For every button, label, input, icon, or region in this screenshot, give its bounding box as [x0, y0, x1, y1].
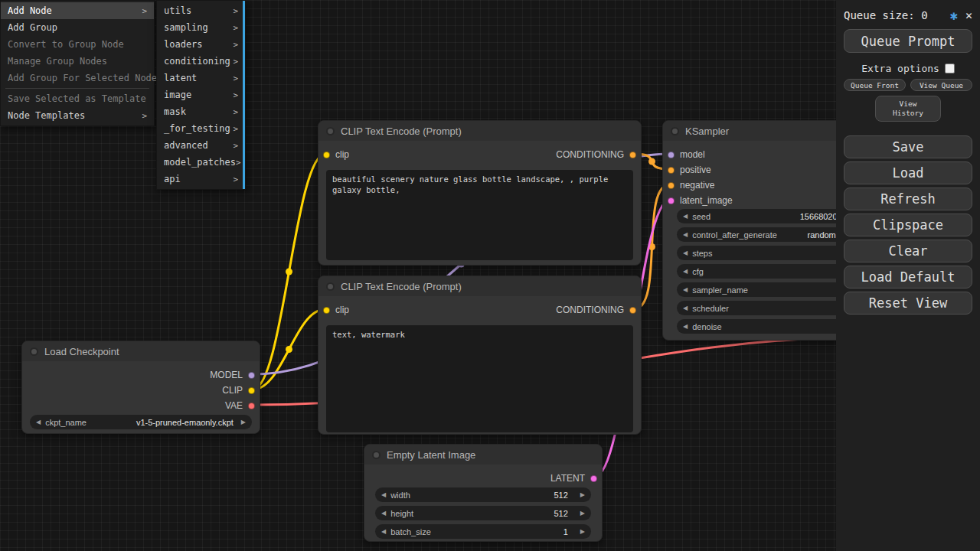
submenu-item-latent[interactable]: latent >	[157, 70, 245, 86]
submenu-item-utils[interactable]: utils >	[157, 2, 245, 19]
node-title-bar[interactable]: Load Checkpoint	[22, 341, 260, 361]
batch-size-widget[interactable]: ◀ batch_size 1 ▶	[375, 524, 591, 539]
decrement-arrow-icon[interactable]: ◀	[683, 324, 688, 330]
height-widget[interactable]: ◀ height 512 ▶	[375, 506, 591, 520]
decrement-arrow-icon[interactable]: ◀	[683, 250, 688, 256]
widget-name: width	[390, 491, 410, 500]
collapse-dot-icon[interactable]	[326, 127, 335, 135]
submenu-item-image[interactable]: image >	[157, 86, 245, 103]
prompt-textarea[interactable]: beautiful scenery nature glass bottle la…	[326, 170, 633, 260]
widget-value: 512	[554, 491, 567, 500]
widget-name: denoise	[692, 322, 722, 331]
menu-item-save-selected-as-template: Save Selected as Template	[1, 90, 154, 107]
node-title-bar[interactable]: CLIP Text Encode (Prompt)	[318, 121, 641, 141]
decrement-arrow-icon[interactable]: ◀	[683, 287, 688, 293]
increment-arrow-icon[interactable]: ▶	[580, 529, 585, 535]
input-port-model[interactable]	[668, 152, 675, 158]
output-port-model[interactable]	[248, 372, 255, 379]
refresh-button[interactable]: Refresh	[844, 187, 972, 210]
clear-button[interactable]: Clear	[844, 240, 972, 262]
output-port-conditioning[interactable]	[629, 307, 636, 314]
submenu-arrow-icon: >	[233, 73, 238, 83]
submenu-item-sampling[interactable]: sampling >	[157, 19, 245, 36]
width-widget[interactable]: ◀ width 512 ▶	[375, 487, 591, 502]
submenu-item-loaders[interactable]: loaders >	[157, 36, 245, 53]
reset-view-button[interactable]: Reset View	[844, 292, 972, 315]
ckpt-name-widget[interactable]: ◀ ckpt_name v1-5-pruned-emaonly.ckpt ▶	[30, 415, 252, 429]
node-clip-text-encode-positive[interactable]: CLIP Text Encode (Prompt) clip CONDITION…	[318, 120, 642, 266]
menu-item-add-group[interactable]: Add Group	[1, 19, 154, 36]
queue-front-button[interactable]: Queue Front	[844, 79, 906, 91]
extra-options-label: Extra options	[861, 63, 939, 74]
decrement-arrow-icon[interactable]: ◀	[683, 214, 688, 220]
menu-item-add-node[interactable]: Add Node >	[1, 2, 154, 19]
add-node-submenu: utils > sampling > loaders > conditionin…	[156, 0, 246, 190]
decrement-arrow-icon[interactable]: ◀	[683, 305, 688, 311]
output-label-latent: LATENT	[550, 473, 585, 484]
decrement-arrow-icon[interactable]: ◀	[683, 269, 688, 275]
submenu-arrow-icon: >	[233, 174, 238, 184]
collapse-dot-icon[interactable]	[30, 347, 38, 356]
submenu-item-api[interactable]: api >	[157, 171, 245, 187]
submenu-item-model-patches[interactable]: model_patches >	[157, 154, 245, 171]
wire-midpoint-dot-clip-to-prompt1	[286, 269, 292, 276]
submenu-item-label: sampling	[164, 22, 208, 33]
collapse-dot-icon[interactable]	[671, 127, 679, 135]
increment-arrow-icon[interactable]: ▶	[580, 510, 585, 517]
submenu-item-mask[interactable]: mask >	[157, 103, 245, 120]
output-port-latent[interactable]	[590, 475, 597, 482]
output-port-conditioning[interactable]	[629, 152, 636, 158]
submenu-accent-bar	[243, 1, 245, 189]
increment-arrow-icon[interactable]: ▶	[580, 492, 585, 498]
prompt-textarea[interactable]: text, watermark	[326, 325, 633, 432]
input-port-clip[interactable]	[323, 152, 330, 158]
output-port-clip[interactable]	[248, 387, 255, 394]
node-title-bar[interactable]: CLIP Text Encode (Prompt)	[318, 276, 641, 296]
submenu-item-conditioning[interactable]: conditioning >	[157, 53, 245, 70]
submenu-item-for-testing[interactable]: _for_testing >	[157, 120, 245, 137]
input-label-clip: clip	[335, 305, 349, 315]
menu-item-manage-group-nodes: Manage Group Nodes	[1, 53, 154, 70]
decrement-arrow-icon[interactable]: ◀	[381, 510, 386, 517]
save-button[interactable]: Save	[844, 135, 972, 158]
submenu-arrow-icon: >	[233, 124, 238, 134]
menu-item-node-templates[interactable]: Node Templates >	[1, 107, 154, 124]
node-clip-text-encode-negative[interactable]: CLIP Text Encode (Prompt) clip CONDITION…	[318, 276, 642, 435]
decrement-arrow-icon[interactable]: ◀	[381, 492, 386, 498]
settings-gear-icon[interactable]: ✱	[950, 8, 958, 23]
comfy-menu-panel: Queue size: 0 ✱ ✕ Queue Prompt Extra opt…	[836, 0, 980, 551]
load-default-button[interactable]: Load Default	[844, 266, 972, 289]
node-load-checkpoint[interactable]: Load Checkpoint MODEL CLIP VAE ◀ ckpt_na…	[21, 341, 260, 434]
load-button[interactable]: Load	[844, 161, 972, 184]
node-empty-latent-image[interactable]: Empty Latent Image LATENT ◀ width 512 ▶ …	[364, 444, 603, 542]
menu-item-label: Node Templates	[8, 110, 85, 121]
widget-value: 512	[554, 509, 567, 518]
input-port-negative[interactable]	[668, 182, 675, 189]
output-port-vae[interactable]	[248, 403, 255, 409]
clipspace-button[interactable]: Clipspace	[844, 214, 972, 236]
extra-options-checkbox[interactable]	[945, 64, 955, 73]
widget-name: steps	[692, 249, 712, 258]
submenu-item-label: api	[164, 174, 181, 184]
input-port-latent-image[interactable]	[668, 197, 675, 204]
output-label-model: MODEL	[210, 370, 243, 380]
input-port-clip[interactable]	[323, 307, 330, 314]
collapse-dot-icon[interactable]	[372, 451, 381, 459]
widget-name: batch_size	[390, 527, 431, 536]
decrement-arrow-icon[interactable]: ◀	[683, 232, 688, 238]
queue-prompt-button[interactable]: Queue Prompt	[844, 29, 972, 53]
collapse-dot-icon[interactable]	[326, 282, 335, 291]
submenu-item-label: utils	[164, 5, 191, 16]
decrement-arrow-icon[interactable]: ◀	[381, 529, 386, 535]
decrement-arrow-icon[interactable]: ◀	[36, 419, 41, 425]
increment-arrow-icon[interactable]: ▶	[241, 419, 246, 425]
view-history-button[interactable]: View History	[875, 96, 941, 122]
graph-canvas[interactable]: Load Checkpoint MODEL CLIP VAE ◀ ckpt_na…	[0, 0, 980, 551]
view-queue-button[interactable]: View Queue	[910, 79, 972, 91]
input-port-positive[interactable]	[668, 167, 675, 174]
menu-item-convert-to-group-node: Convert to Group Node	[1, 36, 154, 53]
node-title-bar[interactable]: Empty Latent Image	[364, 445, 602, 465]
close-icon[interactable]: ✕	[965, 8, 972, 22]
wire-midpoint-dot-cond2-to-negative	[648, 243, 655, 250]
submenu-item-advanced[interactable]: advanced >	[157, 137, 245, 154]
